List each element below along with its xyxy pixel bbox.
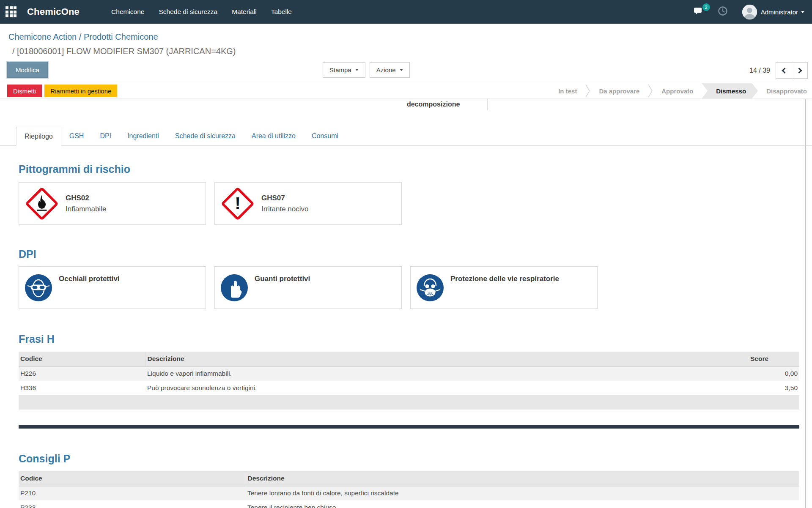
cut-off-field-label: decomposizione <box>407 101 460 108</box>
top-navbar: ChemicOne Chemicone Schede di sicurezza … <box>0 0 812 24</box>
column-header-codice[interactable]: Codice <box>19 471 246 486</box>
breadcrumb-separator: / <box>77 32 84 41</box>
breadcrumb-link-chemicone-action[interactable]: Chemicone Action <box>8 32 77 41</box>
ghs-flame-icon <box>25 186 59 221</box>
consigli-p-table: Codice Descrizione P210 Tenere lontano d… <box>19 471 799 508</box>
tab-riepilogo[interactable]: Riepilogo <box>16 127 61 146</box>
column-header-descrizione[interactable]: Descrizione <box>145 352 749 366</box>
record-pager: 14 / 39 <box>749 62 808 79</box>
breadcrumb-current-record: / [018006001] FLOW MODIFIER SM307 (JARRI… <box>8 46 812 57</box>
pictogram-card-ghs02: GHS02 Infiammabile <box>19 182 206 225</box>
pictogram-label: Infiammabile <box>66 205 106 213</box>
cell-codice: H226 <box>19 366 145 381</box>
messages-button[interactable]: 2 <box>694 6 705 17</box>
status-step-in-test[interactable]: In test <box>550 83 585 98</box>
dpi-card-glove: Guanti protettivi <box>214 266 402 309</box>
section-separator <box>19 425 799 429</box>
activity-button[interactable] <box>718 6 728 18</box>
dpi-cards: Occhiali protettivi Guanti protettivi <box>19 266 799 309</box>
frasi-h-table: Codice Descrizione Score H226 Liquido e … <box>19 352 799 410</box>
action-dropdown-button[interactable]: Azione <box>370 62 410 78</box>
svg-text:!: ! <box>235 194 241 213</box>
tab-area-di-utilizzo[interactable]: Area di utilizzo <box>244 127 304 145</box>
resubmit-button[interactable]: Riammetti in gestione <box>44 85 117 97</box>
tab-gsh[interactable]: GSH <box>61 127 92 145</box>
print-dropdown-button[interactable]: Stampa <box>323 62 365 78</box>
pager-next-button[interactable] <box>792 63 807 78</box>
step-separator-icon <box>648 84 653 98</box>
tab-consumi[interactable]: Consumi <box>304 127 346 145</box>
menu-item-materiali[interactable]: Materiali <box>225 0 264 24</box>
status-step-da-approvare[interactable]: Da approvare <box>590 83 648 98</box>
dpi-section-title: DPI <box>19 248 799 260</box>
tab-schede-di-sicurezza[interactable]: Schede di sicurezza <box>167 127 244 145</box>
table-row-p210[interactable]: P210 Tenere lontano da fonti di calore, … <box>19 486 799 500</box>
chevron-left-icon <box>782 67 787 73</box>
table-filler-row <box>19 395 799 410</box>
chevron-right-icon <box>796 67 802 73</box>
pager-counter: 14 / 39 <box>749 67 770 74</box>
pager-previous-button[interactable] <box>776 63 792 78</box>
cell-codice: P210 <box>19 486 246 500</box>
tab-ingredienti[interactable]: Ingredienti <box>119 127 167 145</box>
vertical-scrollbar[interactable] <box>805 99 806 508</box>
table-header-row: Codice Descrizione Score <box>19 352 799 366</box>
cell-score: 0,00 <box>749 366 799 381</box>
app-brand[interactable]: ChemicOne <box>27 6 80 17</box>
table-row-h226[interactable]: H226 Liquido e vapori infiammabili. 0,00 <box>19 366 799 381</box>
table-row-h336[interactable]: H336 Può provocare sonnolenza o vertigin… <box>19 381 799 395</box>
table-header-row: Codice Descrizione <box>19 471 799 486</box>
step-separator-icon <box>585 84 590 98</box>
apps-grid-icon <box>5 6 16 17</box>
dpi-card-respirator: Protezione delle vie respiratorie <box>410 266 598 309</box>
main-menu: Chemicone Schede di sicurezza Materiali … <box>104 0 299 24</box>
breadcrumb-link-prodotti-chemicone[interactable]: Prodotti Chemicone <box>84 32 158 41</box>
column-header-score[interactable]: Score <box>749 352 799 366</box>
glove-icon <box>220 274 248 302</box>
dismiss-button[interactable]: Dismetti <box>7 85 42 97</box>
pictogram-card-ghs07: ! GHS07 Irritante nocivo <box>214 182 402 225</box>
goggles-icon <box>25 274 52 302</box>
menu-item-schede-di-sicurezza[interactable]: Schede di sicurezza <box>151 0 225 24</box>
cell-divider <box>487 99 488 110</box>
user-avatar[interactable] <box>742 5 757 19</box>
status-step-dismesso-active[interactable]: Dismesso <box>702 83 758 98</box>
column-header-descrizione[interactable]: Descrizione <box>246 471 799 486</box>
cell-descrizione: Tenere lontano da fonti di calore, super… <box>246 486 799 500</box>
user-menu[interactable]: Administrator <box>761 8 798 16</box>
ghs-exclamation-icon: ! <box>220 186 255 221</box>
cell-score: 3,50 <box>749 381 799 395</box>
dpi-label: Guanti protettivi <box>255 275 310 283</box>
form-sheet: Pittogrammi di rischio GHS02 Infiammabil… <box>0 163 812 508</box>
menu-item-tabelle[interactable]: Tabelle <box>264 0 299 24</box>
caret-down-icon <box>801 11 804 13</box>
messages-count-badge: 2 <box>702 3 710 11</box>
pictogram-cards: GHS02 Infiammabile ! GHS07 Irritante noc… <box>19 182 799 225</box>
control-panel: Modifica Stampa Azione 14 / 39 <box>0 62 812 79</box>
pictogram-code: GHS07 <box>261 194 309 202</box>
breadcrumb: Chemicone Action / Prodotti Chemicone / … <box>0 24 812 57</box>
scrolled-form-fragment: decomposizione <box>0 99 812 111</box>
tab-dpi[interactable]: DPI <box>92 127 119 145</box>
cell-descrizione: Liquido e vapori infiammabili. <box>145 366 749 381</box>
cell-descrizione: Può provocare sonnolenza o vertigini. <box>145 381 749 395</box>
table-row-p233[interactable]: P233 Tenere il recipiente ben chiuso. <box>19 500 799 508</box>
clock-icon <box>718 6 728 16</box>
caret-down-icon <box>400 69 403 71</box>
statusbar-steps: In test Da approvare Approvato Dismesso … <box>550 83 812 98</box>
consigli-p-section-title: Consigli P <box>19 452 799 465</box>
cell-codice: P233 <box>19 500 246 508</box>
cell-descrizione: Tenere il recipiente ben chiuso. <box>246 500 799 508</box>
statusbar: Dismetti Riammetti in gestione In test D… <box>0 83 812 99</box>
edit-button[interactable]: Modifica <box>7 62 48 78</box>
frasi-h-section-title: Frasi H <box>19 333 799 345</box>
apps-menu-button[interactable] <box>0 0 22 24</box>
dpi-card-goggles: Occhiali protettivi <box>19 266 206 309</box>
status-step-approvato[interactable]: Approvato <box>653 83 702 98</box>
menu-item-chemicone[interactable]: Chemicone <box>104 0 151 24</box>
column-header-codice[interactable]: Codice <box>19 352 145 366</box>
status-step-disapprovato[interactable]: Disapprovato <box>758 83 812 98</box>
pictogram-label: Irritante nocivo <box>261 205 309 213</box>
pictogram-code: GHS02 <box>66 194 106 202</box>
caret-down-icon <box>355 69 359 71</box>
